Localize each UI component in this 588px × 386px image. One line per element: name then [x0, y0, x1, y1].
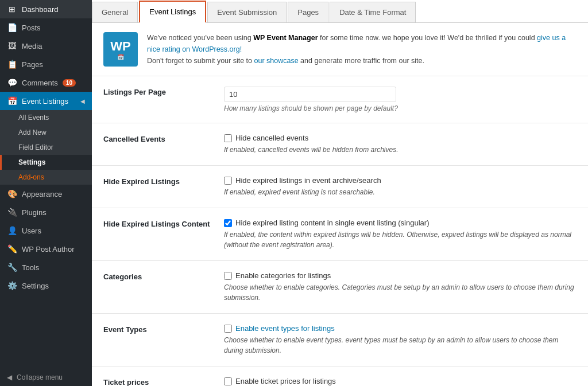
tab-pages[interactable]: Pages — [288, 2, 328, 22]
wp-logo-text: WP — [110, 39, 130, 54]
tools-icon: 🔧 — [7, 263, 17, 272]
setting-label-event-types: Event Types — [103, 324, 224, 334]
categories-checkbox-row: Enable categories for listings — [224, 271, 577, 280]
categories-label: Enable categories for listings — [235, 271, 331, 280]
sidebar-item-label: Tools — [22, 263, 39, 272]
setting-label-categories: Categories — [103, 271, 224, 281]
setting-row-categories: Categories Enable categories for listing… — [92, 261, 588, 314]
sidebar-item-media[interactable]: 🖼 Media — [0, 37, 92, 55]
event-types-hint: Choose whether to enable event types. ev… — [224, 335, 577, 356]
hide-expired-content-checkbox-row: Hide expired listing content in single e… — [224, 219, 577, 227]
tab-event-submission[interactable]: Event Submission — [207, 2, 287, 22]
sidebar-item-label: Posts — [22, 24, 41, 32]
setting-content-hide-expired-content: Hide expired listing content in single e… — [224, 219, 577, 250]
plugins-icon: 🔌 — [7, 208, 17, 217]
pages-icon: 📋 — [7, 60, 17, 69]
setting-row-cancelled-events: Cancelled Events Hide cancelled events I… — [92, 123, 588, 166]
collapse-menu-button[interactable]: ◀ Collapse menu — [0, 369, 92, 386]
dashboard-icon: ⊞ — [7, 5, 17, 14]
setting-content-cancelled-events: Hide cancelled events If enabled, cancel… — [224, 134, 577, 155]
collapse-icon: ◀ — [7, 373, 12, 381]
hide-expired-content-label: Hide expired listing content in single e… — [235, 219, 429, 227]
tab-date-time[interactable]: Date & Time Format — [330, 2, 416, 22]
sidebar-item-posts[interactable]: 📄 Posts — [0, 18, 92, 37]
setting-label-cancelled-events: Cancelled Events — [103, 134, 224, 143]
appearance-icon: 🎨 — [7, 189, 17, 198]
sidebar-item-label: Plugins — [22, 208, 47, 217]
content-area: WP 📅 We've noticed you've been using WP … — [92, 23, 588, 386]
categories-hint: Choose whether to enable categories. Cat… — [224, 282, 577, 303]
tabs-bar: General Event Listings Event Submission … — [92, 0, 588, 23]
setting-label-listings-per-page: Listings Per Page — [103, 87, 224, 96]
setting-content-listings-per-page: How many listings should be shown per pa… — [224, 87, 577, 112]
categories-checkbox[interactable] — [224, 272, 232, 280]
wp-post-author-icon: ✏️ — [7, 244, 17, 254]
sidebar-item-label: Dashboard — [22, 5, 59, 14]
sidebar-item-pages[interactable]: 📋 Pages — [0, 55, 92, 73]
setting-label-hide-expired-content: Hide Expired Listings Content — [103, 219, 224, 228]
event-types-checkbox[interactable] — [224, 325, 232, 333]
sidebar-item-label: Event Listings — [22, 97, 68, 106]
hide-expired-label: Hide expired listings in event archive/s… — [235, 176, 381, 185]
sidebar-item-settings[interactable]: Settings — [0, 155, 92, 170]
comments-icon: 💬 — [7, 78, 17, 87]
hide-expired-content-hint: If enabled, the content within expired l… — [224, 229, 577, 250]
hide-expired-hint: If enabled, expired event listing is not… — [224, 187, 577, 197]
wp-logo: WP 📅 — [103, 32, 138, 67]
banner-showcase-link[interactable]: our showcase — [254, 57, 299, 65]
sidebar-item-dashboard[interactable]: ⊞ Dashboard — [0, 0, 92, 18]
sidebar-item-label: Pages — [22, 60, 43, 69]
setting-content-event-types: Enable event types for listings Choose w… — [224, 324, 577, 356]
main-content: General Event Listings Event Submission … — [92, 0, 588, 386]
setting-row-ticket-prices: Ticket prices Enable ticket prices for l… — [92, 366, 588, 386]
hide-expired-content-checkbox[interactable] — [224, 219, 232, 227]
sidebar-item-wp-post-author[interactable]: ✏️ WP Post Author — [0, 240, 92, 258]
cancelled-events-checkbox[interactable] — [224, 134, 232, 142]
sidebar-item-all-events[interactable]: All Events — [0, 110, 92, 125]
sidebar-item-event-listings[interactable]: 📅 Event Listings ◀ — [0, 92, 92, 110]
posts-icon: 📄 — [7, 23, 17, 32]
setting-label-hide-expired: Hide Expired Listings — [103, 176, 224, 186]
sidebar-item-tools[interactable]: 🔧 Tools — [0, 258, 92, 276]
chevron-right-icon: ◀ — [80, 98, 85, 104]
tab-event-listings[interactable]: Event Listings — [139, 1, 206, 23]
sidebar-item-label: Comments — [22, 79, 58, 87]
sidebar-item-appearance[interactable]: 🎨 Appearance — [0, 185, 92, 203]
setting-content-hide-expired: Hide expired listings in event archive/s… — [224, 176, 577, 197]
cancelled-events-hint: If enabled, cancelled events will be hid… — [224, 145, 577, 155]
sidebar-item-add-new[interactable]: Add New — [0, 125, 92, 140]
setting-content-categories: Enable categories for listings Choose wh… — [224, 271, 577, 303]
sidebar-item-label: WP Post Author — [22, 245, 75, 254]
sidebar-item-settings-main[interactable]: ⚙️ Settings — [0, 276, 92, 295]
sidebar-item-users[interactable]: 👤 Users — [0, 221, 92, 240]
tab-general[interactable]: General — [92, 2, 138, 22]
event-listings-icon: 📅 — [7, 96, 17, 106]
settings-icon: ⚙️ — [7, 281, 17, 290]
sidebar-item-comments[interactable]: 💬 Comments 10 — [0, 73, 92, 92]
settings-form: Listings Per Page How many listings shou… — [92, 76, 588, 386]
ticket-prices-label: Enable ticket prices for listings — [235, 377, 336, 385]
event-types-label: Enable event types for listings — [235, 324, 335, 333]
sidebar-item-label: Appearance — [22, 190, 62, 198]
ticket-prices-checkbox[interactable] — [224, 377, 232, 385]
cancelled-events-label: Hide cancelled events — [235, 134, 308, 142]
cancelled-events-checkbox-row: Hide cancelled events — [224, 134, 577, 142]
comments-badge: 10 — [63, 79, 76, 87]
sidebar-item-plugins[interactable]: 🔌 Plugins — [0, 203, 92, 221]
wp-banner: WP 📅 We've noticed you've been using WP … — [92, 23, 588, 76]
sidebar-item-field-editor[interactable]: Field Editor — [0, 140, 92, 155]
listings-per-page-input[interactable] — [224, 87, 396, 102]
users-icon: 👤 — [7, 226, 17, 235]
wp-logo-icon: 📅 — [117, 54, 124, 60]
setting-label-ticket-prices: Ticket prices — [103, 377, 224, 386]
listings-per-page-hint: How many listings should be shown per pa… — [224, 104, 577, 112]
setting-row-hide-expired: Hide Expired Listings Hide expired listi… — [92, 166, 588, 208]
event-types-checkbox-row: Enable event types for listings — [224, 324, 577, 333]
media-icon: 🖼 — [7, 41, 17, 50]
setting-row-hide-expired-content: Hide Expired Listings Content Hide expir… — [92, 208, 588, 261]
sidebar-item-add-ons[interactable]: Add-ons — [0, 170, 92, 185]
banner-text: We've noticed you've been using WP Event… — [147, 32, 577, 67]
setting-content-ticket-prices: Enable ticket prices for listings Choose… — [224, 377, 577, 386]
hide-expired-checkbox[interactable] — [224, 177, 232, 185]
sidebar: ⊞ Dashboard 📄 Posts 🖼 Media 📋 Pages 💬 Co… — [0, 0, 92, 386]
